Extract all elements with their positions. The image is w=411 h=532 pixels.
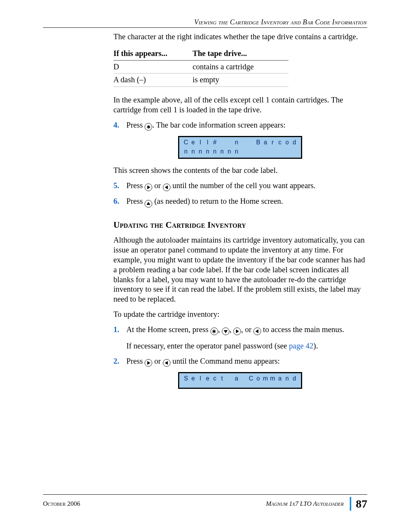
lcd-cell: n — [233, 139, 240, 145]
lcd-screen-2-wrap: Select a Command — [113, 372, 367, 389]
content-area: The character at the right indicates whe… — [113, 32, 367, 396]
running-header: Viewing the Cartridge Inventory and Bar … — [194, 18, 367, 26]
text: or — [152, 181, 162, 190]
status-header-appears: If this appears... — [113, 47, 193, 60]
lcd-cell — [255, 149, 262, 155]
lcd-cell: d — [291, 375, 298, 382]
status-cell: is empty — [193, 73, 288, 87]
text: or — [152, 357, 162, 365]
lcd-cell — [269, 149, 276, 155]
lcd-row: Cell# n Barcod — [182, 139, 298, 145]
lcd-cell: n — [233, 149, 240, 155]
table-row: D contains a cartridge — [113, 60, 288, 73]
text: ). — [314, 342, 318, 350]
lcd-screen-1-wrap: Cell# n Barcod nnnnnnnn — [113, 136, 367, 159]
enter-icon — [210, 328, 218, 335]
lcd-cell: n — [218, 149, 226, 155]
right-arrow-icon — [145, 184, 152, 191]
page: Viewing the Cartridge Inventory and Bar … — [0, 0, 411, 532]
post-table-paragraph: In the example above, all of the cells e… — [113, 95, 367, 115]
text: At the Home screen, press — [126, 325, 210, 334]
lcd-cell: l — [197, 375, 204, 382]
down-arrow-icon — [222, 328, 229, 335]
step-6: 6. Press (as needed) to return to the Ho… — [113, 197, 367, 208]
lcd-cell: # — [211, 139, 218, 145]
lcd-cell: C — [247, 375, 255, 382]
header-rule — [43, 27, 367, 28]
status-table: If this appears... The tape drive... D c… — [113, 47, 288, 87]
lcd-cell — [262, 149, 269, 155]
lcd-cell — [247, 149, 255, 155]
lcd-cell: n — [182, 149, 190, 155]
lcd-cell — [276, 149, 284, 155]
update-step-2: 2. Press or until the Command menu appea… — [113, 356, 367, 367]
left-arrow-icon — [163, 184, 170, 191]
text: to access the main menus. — [261, 325, 344, 334]
footer-rule — [43, 494, 367, 495]
lcd-cell: m — [269, 375, 276, 382]
lcd-cell: c — [211, 375, 218, 382]
lcd-row: Select a Command — [182, 375, 298, 382]
lcd-screen-2: Select a Command — [178, 372, 302, 389]
status-cell: contains a cartridge — [193, 60, 288, 73]
step-body: Press . The bar code information screen … — [126, 120, 367, 131]
subheading-updating: Updating the Cartridge Inventory — [113, 220, 367, 231]
steps-list-a: 4. Press . The bar code information scre… — [113, 120, 367, 131]
update-steps-list: 1. At the Home screen, press , , , or to… — [113, 325, 367, 367]
update-paragraph-2: To update the cartridge inventory: — [113, 310, 367, 320]
lcd-cell — [240, 139, 247, 145]
text: , or — [241, 325, 253, 334]
steps-list-b: 5. Press or until the number of the cell… — [113, 181, 367, 208]
step-number: 4. — [113, 120, 123, 131]
lcd-cell: n — [284, 375, 291, 382]
lcd-cell: d — [291, 139, 298, 145]
lcd-cell: S — [182, 375, 190, 382]
lcd-cell: n — [211, 149, 218, 155]
lcd-cell: l — [204, 139, 211, 145]
status-cell: D — [113, 60, 193, 73]
enter-icon — [145, 123, 152, 131]
step-body: Press or until the Command menu appears: — [126, 356, 367, 367]
lcd-cell: e — [190, 139, 197, 145]
update-step-1: 1. At the Home screen, press , , , or to… — [113, 325, 367, 351]
step-number: 2. — [113, 356, 123, 367]
lcd-cell — [240, 375, 247, 382]
text: Press — [126, 197, 145, 205]
step-5: 5. Press or until the number of the cell… — [113, 181, 367, 191]
lcd-cell: B — [255, 139, 262, 145]
text: until the Command menu appears: — [170, 357, 280, 365]
up-arrow-icon — [145, 200, 152, 208]
step-body: Press (as needed) to return to the Home … — [126, 197, 367, 208]
lcd-cell: a — [233, 375, 240, 382]
text: (as needed) to return to the Home screen… — [152, 197, 283, 205]
lcd-cell: n — [190, 149, 197, 155]
page-number: 87 — [350, 497, 367, 511]
lcd-cell — [226, 139, 233, 145]
text: Press — [126, 121, 145, 129]
step-number: 6. — [113, 197, 123, 208]
lcd-cell: n — [197, 149, 204, 155]
lcd-row: nnnnnnnn — [182, 149, 298, 155]
update-paragraph-1: Although the autoloader maintains its ca… — [113, 235, 367, 304]
lcd-cell: C — [182, 139, 190, 145]
lcd-cell: o — [255, 375, 262, 382]
page-link[interactable]: page 42 — [289, 342, 313, 350]
lcd-screen-1: Cell# n Barcod nnnnnnnn — [178, 136, 302, 159]
right-arrow-icon — [145, 359, 152, 367]
lcd-cell — [218, 139, 226, 145]
right-arrow-icon — [233, 328, 241, 335]
status-cell: A dash (–) — [113, 73, 193, 87]
table-row: A dash (–) is empty — [113, 73, 288, 87]
step-4: 4. Press . The bar code information scre… — [113, 120, 367, 131]
text: . The bar code information screen appear… — [152, 121, 285, 129]
text: Press — [126, 181, 145, 190]
page-footer: October 2006 Magnum 1x7 LTO Autoloader 8… — [43, 497, 367, 511]
lcd-cell: t — [218, 375, 226, 382]
lcd-cell: a — [262, 139, 269, 145]
footer-product: Magnum 1x7 LTO Autoloader — [266, 500, 344, 508]
step-number: 5. — [113, 181, 123, 191]
text: until the number of the cell you want ap… — [170, 181, 315, 190]
lcd-cell: o — [284, 139, 291, 145]
lcd-cell: l — [197, 139, 204, 145]
lcd-cell — [291, 149, 298, 155]
